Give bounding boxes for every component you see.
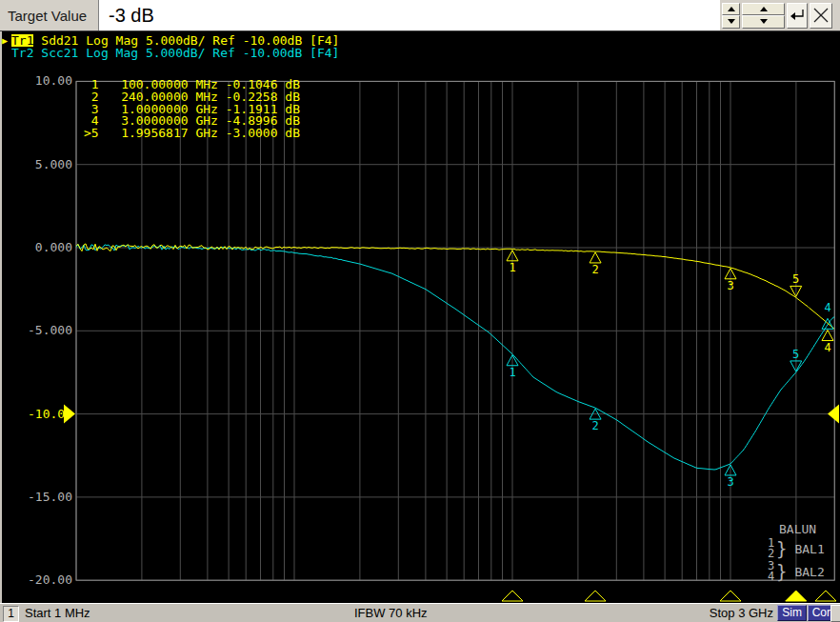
balun-group: 34}BAL2 — [768, 560, 825, 583]
vna-screen: Target Value — [0, 0, 840, 622]
close-icon — [811, 6, 830, 25]
trace-legend: ▶Tr1 Sdd21 Log Mag 5.000dB/ Ref -10.00dB… — [2, 34, 339, 59]
trace-legend-tr2[interactable]: Tr2 Scc21 Log Mag 5.000dB/ Ref -10.00dB … — [2, 47, 339, 59]
balun-title: BALUN — [779, 523, 825, 535]
y-axis-tick-label: -5.000 — [0, 324, 72, 337]
fine-spinner — [722, 3, 740, 29]
down-arrow-icon — [760, 19, 768, 24]
target-value-label: Target Value — [0, 0, 99, 30]
y-axis-tick-label: 0.000 — [0, 241, 72, 254]
sim-status-badge: Sim — [777, 605, 807, 621]
start-frequency-label: Start 1 MHz — [25, 606, 90, 620]
target-value-input[interactable] — [99, 0, 720, 30]
balun-group: 12}BAL1 — [768, 537, 825, 560]
marker-table-row: >5 1.9956817 GHz -3.0000 dB — [84, 128, 300, 140]
down-arrow-icon — [728, 19, 735, 24]
close-button[interactable] — [810, 3, 832, 29]
coarse-spin-up-button[interactable] — [742, 3, 785, 16]
y-axis-tick-label: -15.00 — [0, 491, 72, 504]
balun-group-label: BAL2 — [794, 566, 824, 578]
stop-frequency-label: Stop 3 GHz — [710, 606, 773, 620]
coarse-spin-down-button[interactable] — [742, 15, 785, 29]
window-frame-left — [0, 31, 2, 603]
balun-legend: BALUN12}BAL134}BAL2 — [768, 523, 825, 583]
y-axis-tick-label: -20.00 — [0, 573, 72, 587]
target-value-dialog: Target Value — [0, 0, 840, 31]
fine-spin-down-button[interactable] — [722, 15, 740, 29]
status-bar-end-box — [830, 605, 840, 622]
up-arrow-icon — [760, 7, 768, 11]
enter-icon — [788, 6, 807, 25]
trace-id-chip: Tr2 — [11, 47, 33, 59]
trace-settings-text: Scc21 Log Mag 5.000dB/ Ref -10.00dB [F4] — [33, 47, 339, 59]
channel-indicator: 1 — [3, 606, 19, 622]
coarse-spinner — [742, 3, 785, 29]
balun-group-label: BAL1 — [794, 543, 824, 555]
marker-table: 1 100.00000 MHz -0.1046 dB 2 240.00000 M… — [84, 79, 300, 140]
y-axis-tick-label: 5.000 — [0, 158, 72, 171]
y-axis-tick-label: -10.00 — [0, 408, 72, 421]
ifbw-label: IFBW 70 kHz — [354, 606, 428, 620]
active-trace-arrow-icon: ▶ — [2, 34, 11, 47]
fine-spin-up-button[interactable] — [722, 3, 740, 16]
dialog-controls — [720, 0, 833, 30]
up-arrow-icon — [728, 7, 735, 11]
y-axis-tick-label: 10.00 — [0, 74, 72, 88]
status-bar: 1 Start 1 MHz IFBW 70 kHz Stop 3 GHz Sim… — [0, 603, 840, 622]
enter-button[interactable] — [787, 3, 808, 29]
